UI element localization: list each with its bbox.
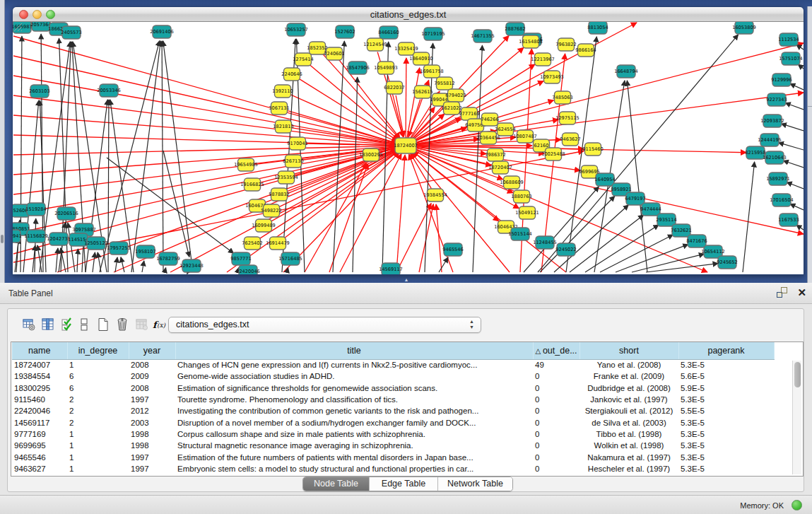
network-node-10549893[interactable]: 10549893 bbox=[374, 62, 398, 74]
clear-selection-button[interactable] bbox=[75, 315, 93, 334]
network-node-12923448[interactable]: 12923448 bbox=[180, 259, 204, 272]
network-graph[interactable]: 1605983205736418662722405573206914061065… bbox=[13, 22, 804, 274]
network-canvas[interactable]: 1605983205736418662722405573206914061065… bbox=[13, 22, 804, 274]
network-node-17957253[interactable]: 17957253 bbox=[107, 242, 131, 255]
network-node-8466160[interactable]: 8466160 bbox=[378, 26, 399, 39]
network-node-9129996[interactable]: 9129996 bbox=[771, 74, 792, 86]
table-row[interactable]: 969969511998Structural magnetic resonanc… bbox=[12, 440, 774, 451]
network-node-15015144[interactable]: 15015144 bbox=[508, 228, 532, 240]
network-node-10973493[interactable]: 10973493 bbox=[540, 71, 564, 83]
network-node-1392110[interactable]: 1392110 bbox=[272, 85, 293, 98]
network-node-746266[interactable]: 746266 bbox=[481, 113, 498, 126]
network-node-2887682[interactable]: 2887682 bbox=[505, 23, 525, 35]
network-node-16961758[interactable]: 16961758 bbox=[420, 65, 444, 78]
table-row[interactable]: 1938455462009Genome-wide association stu… bbox=[12, 370, 774, 382]
network-node-12505123[interactable]: 12505123 bbox=[84, 237, 108, 250]
network-node-16099489[interactable]: 16099489 bbox=[252, 219, 276, 232]
network-node-18547906[interactable]: 18547906 bbox=[346, 62, 370, 74]
network-node-6794023[interactable]: 6794023 bbox=[445, 89, 466, 102]
network-node-8813054[interactable]: 8813054 bbox=[587, 22, 608, 34]
table-row[interactable]: 911546021997Tourette syndrome. Phenomeno… bbox=[12, 394, 774, 405]
network-node-12353594[interactable]: 12353594 bbox=[274, 171, 298, 184]
network-node-16210643[interactable]: 16210643 bbox=[763, 151, 787, 164]
network-node-20691406[interactable]: 20691406 bbox=[150, 25, 174, 38]
network-node-7485063[interactable]: 7485063 bbox=[552, 91, 572, 104]
network-node-9465546[interactable]: 9465546 bbox=[442, 243, 463, 256]
column-header-short[interactable]: short bbox=[579, 342, 678, 359]
network-node-16914479[interactable]: 16914479 bbox=[266, 237, 290, 250]
network-node-2240601[interactable]: 2240601 bbox=[324, 47, 344, 60]
network-node-9170041[interactable]: 9170041 bbox=[287, 137, 307, 150]
network-node-16154808[interactable]: 16154808 bbox=[519, 35, 543, 48]
column-header-in_degree[interactable]: in_degree bbox=[67, 342, 129, 359]
delete-table-button[interactable] bbox=[113, 315, 131, 334]
network-node-2603103[interactable]: 2603103 bbox=[29, 85, 49, 98]
network-node-6479197[interactable]: 6479197 bbox=[625, 192, 645, 205]
network-node-3067131[interactable]: 3067131 bbox=[269, 102, 289, 115]
network-node-1880763[interactable]: 1880763 bbox=[511, 190, 531, 203]
network-node-7632621[interactable]: 7632621 bbox=[671, 224, 691, 237]
network-node-6822037[interactable]: 6822037 bbox=[384, 81, 404, 94]
table-row[interactable]: 946362711997Embryonic stem cells: a mode… bbox=[12, 463, 774, 474]
network-node-7986372[interactable]: 7986372 bbox=[485, 148, 505, 161]
network-node-11248455[interactable]: 11248455 bbox=[533, 236, 557, 249]
close-panel-icon[interactable]: ✕ bbox=[797, 287, 806, 298]
network-node-2240646[interactable]: 2240646 bbox=[281, 68, 302, 81]
tab-edge-table[interactable]: Edge Table bbox=[369, 477, 437, 491]
left-panel-drag-handle[interactable] bbox=[1, 235, 4, 243]
network-node-17016504[interactable]: 17016504 bbox=[770, 194, 794, 206]
network-node-22420046[interactable]: 22420046 bbox=[236, 265, 260, 274]
table-row[interactable]: 1872400712008Changes of HCN gene express… bbox=[12, 359, 774, 370]
column-header-name[interactable]: name bbox=[12, 342, 67, 359]
network-node-9115460[interactable]: 9115460 bbox=[582, 143, 603, 156]
network-node-12124549[interactable]: 12124549 bbox=[363, 38, 387, 51]
network-node-3915941[interactable]: 3915941 bbox=[13, 230, 22, 243]
network-node-14671355[interactable]: 14671355 bbox=[471, 30, 495, 42]
network-node-20053346[interactable]: 20053346 bbox=[97, 84, 121, 97]
network-node-14569117[interactable]: 14569117 bbox=[379, 263, 403, 274]
network-node-9474444[interactable]: 9474444 bbox=[640, 203, 661, 216]
network-node-12975115[interactable]: 12975115 bbox=[555, 112, 579, 124]
network-node-19384554[interactable]: 19384554 bbox=[423, 189, 447, 201]
table-selector-dropdown[interactable]: citations_edges.txt ▲▼ bbox=[168, 317, 481, 333]
network-node-9463627[interactable]: 9463627 bbox=[560, 133, 580, 146]
network-node-16053809[interactable]: 16053809 bbox=[732, 22, 756, 34]
table-row[interactable]: 2242004622012Investigating the contribut… bbox=[12, 405, 774, 416]
table-scrollbar[interactable] bbox=[792, 361, 801, 474]
network-node-8471676[interactable]: 8471676 bbox=[686, 235, 707, 247]
network-node-16782759[interactable]: 16782759 bbox=[156, 252, 180, 265]
network-node-1112534[interactable]: 1112534 bbox=[778, 33, 799, 46]
network-node-16648794[interactable]: 16648794 bbox=[614, 65, 638, 78]
network-node-1519284[interactable]: 1519284 bbox=[25, 203, 46, 216]
table-scrollbar-thumb[interactable] bbox=[794, 362, 801, 387]
network-node-15716485[interactable]: 15716485 bbox=[278, 252, 302, 265]
import-table-button-disabled[interactable] bbox=[133, 315, 151, 334]
network-node-18640910[interactable]: 18640910 bbox=[409, 52, 433, 65]
table-row[interactable]: 1830029562008Estimation of significance … bbox=[12, 382, 774, 394]
column-header-pagerank[interactable]: pagerank bbox=[678, 342, 774, 359]
network-node-11156829[interactable]: 11156829 bbox=[24, 230, 48, 243]
network-node-7625402[interactable]: 7625402 bbox=[242, 237, 262, 250]
network-node-1167533[interactable]: 1167533 bbox=[778, 214, 799, 226]
network-node-1821813[interactable]: 1821813 bbox=[273, 120, 293, 133]
network-node-18300295[interactable]: 18300295 bbox=[359, 148, 383, 161]
network-node-18720407[interactable]: 18720407 bbox=[488, 161, 512, 174]
column-header-year[interactable]: year bbox=[129, 342, 175, 359]
network-node-19166825[interactable]: 19166825 bbox=[240, 178, 264, 191]
network-node-7963822[interactable]: 7963822 bbox=[555, 38, 576, 51]
network-node-1562615[interactable]: 1562615 bbox=[412, 86, 433, 98]
network-node-2405573[interactable]: 2405573 bbox=[61, 26, 81, 39]
network-node-1640954[interactable]: 1640954 bbox=[594, 173, 615, 186]
tab-node-table[interactable]: Node Table bbox=[303, 477, 369, 491]
network-node-1275414[interactable]: 1275414 bbox=[293, 53, 313, 66]
column-header-title[interactable]: title bbox=[175, 342, 533, 359]
network-node-10688609[interactable]: 10688609 bbox=[500, 176, 524, 189]
table-row[interactable]: 946554611997Estimation of the future num… bbox=[12, 451, 774, 462]
network-node-5878832[interactable]: 5878832 bbox=[269, 188, 289, 201]
network-node-5498222[interactable]: 5498222 bbox=[261, 204, 281, 217]
network-node-10719195[interactable]: 10719195 bbox=[421, 28, 445, 40]
float-panel-icon[interactable] bbox=[777, 287, 787, 298]
network-node-15049121[interactable]: 15049121 bbox=[515, 206, 539, 219]
network-node-10025488[interactable]: 10025488 bbox=[541, 148, 565, 160]
column-header-out_de[interactable]: △ out_de... bbox=[533, 342, 579, 359]
